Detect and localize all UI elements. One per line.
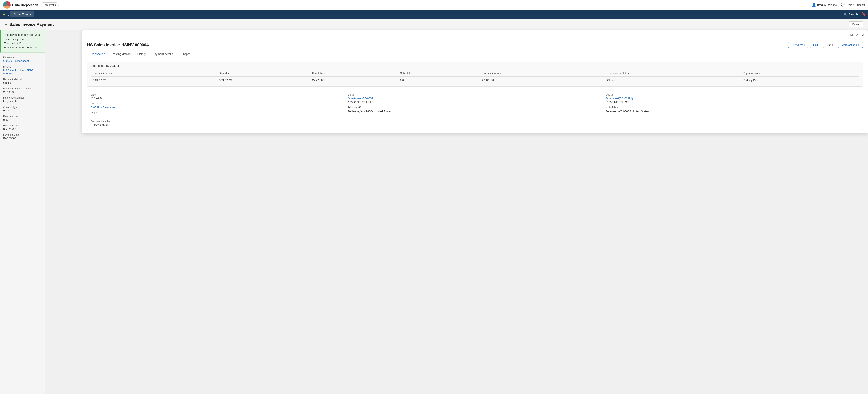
page-title: Sales Invoice Payment <box>10 22 54 27</box>
tab-payment-details[interactable]: Payment details <box>149 50 176 58</box>
customer-link[interactable]: C-00391--Smartsheet <box>3 59 29 62</box>
bill-to-address: 10500 NE 8TH ST STE 1300 Bellevue, WA 98… <box>348 100 602 114</box>
th-payment-status: Payment status <box>741 70 859 77</box>
receipt-date-label: Receipt Date * <box>3 124 41 127</box>
payment-method-value: Check <box>3 81 41 84</box>
invoice-modal: ⧉ ⤢ ✕ HS Sales Invoice-HSINV-000004 Prin… <box>82 30 868 133</box>
order-entry-module[interactable]: Order Entry ▾ <box>10 11 34 17</box>
help-support-button[interactable]: 💬 Help & Support <box>841 3 865 7</box>
table-row: 09/17/2021 10/17/2021 27,420.00 0.00 27,… <box>91 77 859 84</box>
bill-to-address3: Bellevue, WA 98004 United States <box>348 109 602 114</box>
svg-point-1 <box>6 4 9 6</box>
top-nav-left: Plum Corporation Top level ▾ <box>3 1 59 9</box>
required-star: * <box>30 87 31 90</box>
td-item-totals: 27,420.00 <box>310 77 398 84</box>
detail-project-value: -- <box>91 114 345 118</box>
sidebar-account-type-field: Account Type Bank <box>3 106 41 112</box>
td-subtotals: 0.00 <box>398 77 479 84</box>
top-nav: Plum Corporation Top level ▾ 👤 Bradley D… <box>0 0 868 10</box>
level-label: Top level <box>43 3 54 6</box>
detail-ship-to-label: Ship to <box>605 93 859 96</box>
more-actions-arrow-icon: ▾ <box>858 43 859 46</box>
th-transaction-total: Transaction total <box>479 70 605 77</box>
company-name: Plum Corporation <box>12 3 38 6</box>
transaction-table-wrapper: Transaction date Date due Item totals Su… <box>91 70 859 84</box>
td-transaction-date: 09/17/2021 <box>91 77 217 84</box>
success-line3: Payment Amount: 20000.00 <box>4 46 41 50</box>
detail-project-label: Project <box>91 111 345 114</box>
close-icon[interactable]: ✕ <box>861 32 865 37</box>
bookmark-icon[interactable]: 🔖 <box>862 12 866 17</box>
modal-done-button[interactable]: Done <box>823 42 836 48</box>
sidebar-customer-field: Customer C-00391--Smartsheet <box>3 56 41 62</box>
sidebar-reference-field: Reference Number kjsghlasdfh <box>3 96 41 103</box>
sidebar-receipt-date-field: Receipt Date * 09/17/2021 <box>3 124 41 131</box>
nav-right-icons: 🔍 Search 🔖 <box>841 11 868 17</box>
detail-ship-to-field: Ship to Smartsheet(CC-00391) 10500 NE 8T… <box>605 93 859 114</box>
bank-account-value: test <box>3 118 41 121</box>
success-banner: Your payment transaction was successfull… <box>0 30 45 53</box>
user-icon: 👤 <box>812 3 816 7</box>
detail-customer-link[interactable]: C-00391--Smartsheet <box>91 106 116 109</box>
edit-button[interactable]: Edit <box>810 42 821 48</box>
main-done-button[interactable]: Done <box>848 21 863 28</box>
td-transaction-status: Closed <box>605 77 741 84</box>
favorite-icon[interactable]: ★ <box>2 12 6 17</box>
payment-amount-label: Payment Amount (USD) * <box>3 87 41 90</box>
invoice-label: Invoice <box>3 65 41 68</box>
th-item-totals: Item totals <box>310 70 398 77</box>
ship-to-address1: 10500 NE 8TH ST <box>605 100 859 105</box>
print-email-button[interactable]: Print/Email <box>788 42 808 48</box>
th-date-due: Date due <box>217 70 310 77</box>
detail-ship-to-link[interactable]: Smartsheet(CC-00391) <box>605 97 633 100</box>
info-column-3: Ship to Smartsheet(CC-00391) 10500 NE 8T… <box>605 93 859 126</box>
search-button[interactable]: 🔍 Search <box>841 11 861 17</box>
detail-customer-field: Customer C-00391--Smartsheet <box>91 102 345 109</box>
payment-amount-value: 20,000.00 <box>3 90 41 93</box>
more-actions-button[interactable]: More actions ▾ <box>838 42 863 48</box>
ship-to-address2: STE 1300 <box>605 105 859 109</box>
info-column-1: Date 09/17/2021 Customer C-00391--Smarts… <box>91 93 345 126</box>
bill-to-address2: STE 1300 <box>348 105 602 109</box>
user-area: 👤 Bradley Delaune <box>812 3 837 7</box>
detail-bill-to-link[interactable]: Smartsheet(CC-00391) <box>348 97 375 100</box>
payment-method-label: Payment Method <box>3 78 41 81</box>
invoice-link[interactable]: HS Sales Invoice-HSINV-000004 <box>3 69 33 75</box>
customer-section: Smartsheet (C-00391) Transaction date Da… <box>87 61 863 87</box>
transaction-table: Transaction date Date due Item totals Su… <box>91 70 859 84</box>
customer-label: Customer <box>3 56 41 59</box>
external-link-icon[interactable]: ⧉ <box>849 32 854 37</box>
page-title-area: ≡ Sales Invoice Payment <box>5 22 54 27</box>
th-subtotals: Subtotals <box>398 70 479 77</box>
modal-body: Smartsheet (C-00391) Transaction date Da… <box>82 58 868 133</box>
modal-header: HS Sales Invoice-HSINV-000004 Print/Emai… <box>82 39 868 50</box>
modal-title: HS Sales Invoice-HSINV-000004 <box>87 43 149 47</box>
tab-posting-details[interactable]: Posting details <box>108 50 134 58</box>
home-icon[interactable]: ⌂ <box>7 12 10 17</box>
detail-date-value: 09/17/2021 <box>91 97 345 100</box>
level-selector[interactable]: Top level ▾ <box>41 2 59 7</box>
tab-transaction[interactable]: Transaction <box>87 50 108 58</box>
modal-toolbar: ⧉ ⤢ ✕ <box>82 30 868 39</box>
user-name: Bradley Delaune <box>817 3 837 6</box>
tab-hubspot[interactable]: Hubspot <box>176 50 193 58</box>
detail-customer-label: Customer <box>91 102 345 105</box>
detail-project-field: Project -- <box>91 111 345 118</box>
menu-icon[interactable]: ≡ <box>5 22 7 27</box>
right-content: ⧉ ⤢ ✕ HS Sales Invoice-HSINV-000004 Prin… <box>45 30 868 394</box>
table-header-row: Transaction date Date due Item totals Su… <box>91 70 859 77</box>
help-label: Help & Support <box>847 3 865 6</box>
td-transaction-total: 27,420.00 <box>479 77 605 84</box>
expand-icon[interactable]: ⤢ <box>855 32 859 37</box>
payment-required-star: * <box>20 133 21 136</box>
tab-history[interactable]: History <box>134 50 149 58</box>
detail-date-label: Date <box>91 93 345 96</box>
account-type-label: Account Type <box>3 106 41 109</box>
left-sidebar: Your payment transaction was successfull… <box>0 30 45 394</box>
bill-to-address1: 10500 NE 8TH ST <box>348 100 602 105</box>
th-transaction-date: Transaction date <box>91 70 217 77</box>
modal-tabs: Transaction Posting details History Paym… <box>82 50 868 58</box>
venn-logo <box>3 1 11 9</box>
level-arrow-icon: ▾ <box>55 3 56 6</box>
secondary-nav: ★ ⌂ Order Entry ▾ 🔍 Search 🔖 <box>0 10 868 19</box>
